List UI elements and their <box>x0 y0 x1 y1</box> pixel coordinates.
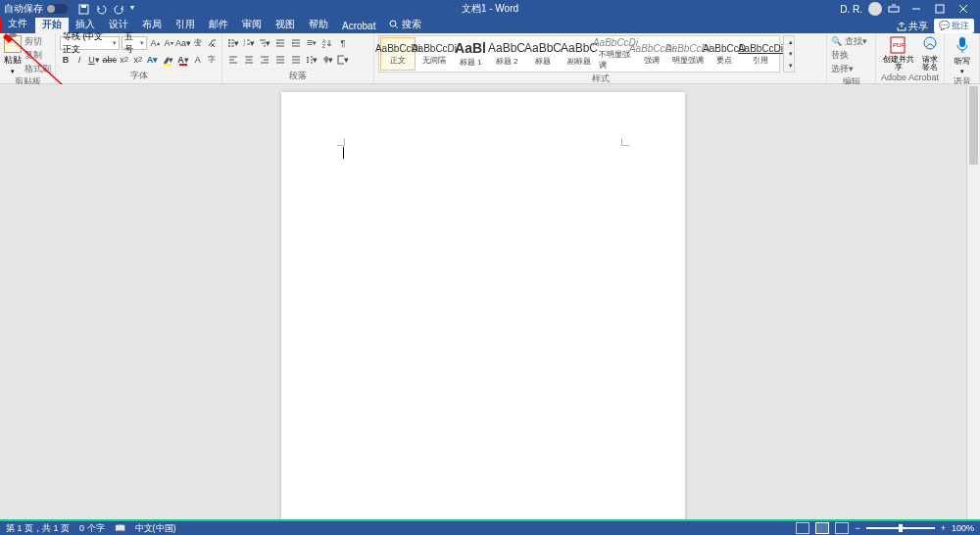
style-item-10[interactable]: AaBbCcDi引用 <box>743 37 778 71</box>
comments-button[interactable]: 💬批注 <box>934 19 974 33</box>
zoom-in-icon[interactable]: + <box>941 523 946 533</box>
gallery-down-icon[interactable]: ▾ <box>784 48 798 60</box>
distribute-icon[interactable] <box>289 53 303 67</box>
web-layout-icon[interactable] <box>835 522 849 534</box>
zoom-out-icon[interactable]: − <box>855 523 859 533</box>
styles-gallery[interactable]: AaBbCcDi正文AaBbCcDi无间隔AaBl标题 1AaBbC标题 2Aa… <box>378 35 780 73</box>
char-shading-icon[interactable]: A <box>192 53 204 67</box>
find-button[interactable]: 🔍 查找▾ <box>831 35 871 48</box>
scrollbar-thumb[interactable] <box>969 86 978 165</box>
save-icon[interactable] <box>77 3 89 15</box>
format-painter-button[interactable]: 格式刷 <box>24 63 51 75</box>
style-item-8[interactable]: AaBbCcDi明显强调 <box>670 37 706 71</box>
tab-help[interactable]: 帮助 <box>302 16 335 33</box>
tab-review[interactable]: 审阅 <box>235 16 269 33</box>
gallery-more-icon[interactable]: ▾ <box>784 60 798 72</box>
close-icon[interactable] <box>958 4 976 14</box>
style-item-1[interactable]: AaBbCcDi无间隔 <box>416 37 452 71</box>
highlight-icon[interactable]: ▾ <box>161 53 174 67</box>
spellcheck-icon[interactable]: 📖 <box>115 523 125 533</box>
document-workspace[interactable] <box>0 84 966 519</box>
numbering-icon[interactable]: 12▾ <box>242 36 256 50</box>
style-item-5[interactable]: AaBbC副标题 <box>562 37 597 71</box>
group-voice: 听写 ▾ 语音 <box>945 33 980 83</box>
shrink-font-icon[interactable]: A▾ <box>163 36 174 50</box>
word-count[interactable]: 0 个字 <box>79 522 105 535</box>
vertical-scrollbar[interactable] <box>966 84 980 519</box>
tab-acrobat[interactable]: Acrobat <box>335 19 382 33</box>
tab-references[interactable]: 引用 <box>169 16 202 33</box>
replace-button[interactable]: 替换 <box>831 49 871 62</box>
select-button[interactable]: 选择▾ <box>831 63 871 75</box>
share-button[interactable]: 共享 <box>897 20 928 33</box>
style-item-7[interactable]: AaBbCcDi强调 <box>634 37 669 71</box>
print-layout-icon[interactable] <box>815 522 829 534</box>
style-item-2[interactable]: AaBl标题 1 <box>453 37 488 71</box>
tab-layout[interactable]: 布局 <box>135 16 169 33</box>
maximize-icon[interactable] <box>935 4 953 14</box>
tab-mailings[interactable]: 邮件 <box>202 16 235 33</box>
change-case-icon[interactable]: Aa▾ <box>176 36 190 50</box>
phonetic-guide-icon[interactable]: 变 <box>192 36 204 50</box>
align-left-icon[interactable] <box>226 53 240 67</box>
create-share-pdf-button[interactable]: PDF 创建并共享 <box>880 35 917 73</box>
redo-icon[interactable] <box>113 3 124 15</box>
avatar[interactable] <box>868 2 882 16</box>
gallery-up-icon[interactable]: ▴ <box>784 36 798 48</box>
font-size-combo[interactable]: 五号▾ <box>122 36 147 50</box>
style-item-6[interactable]: AaBbCcDi不明显强调 <box>598 37 633 71</box>
paste-button[interactable]: 粘贴 ▾ <box>4 35 22 75</box>
style-item-3[interactable]: AaBbC标题 2 <box>489 37 524 71</box>
show-marks-icon[interactable]: ¶ <box>336 36 350 50</box>
toggle-switch[interactable] <box>46 4 68 14</box>
ribbon-options-icon[interactable] <box>888 4 906 14</box>
align-justify-icon[interactable] <box>273 53 287 67</box>
line-spacing-icon[interactable]: ▾ <box>305 53 318 67</box>
minimize-icon[interactable] <box>911 4 929 14</box>
cut-button[interactable]: 剪切 <box>24 35 51 48</box>
increase-indent-icon[interactable] <box>289 36 303 50</box>
autosave-toggle[interactable]: 自动保存 <box>4 2 68 16</box>
qat-more-icon[interactable]: ▾ <box>130 3 134 15</box>
document-page[interactable] <box>281 92 685 519</box>
style-name-label: 标题 1 <box>460 57 482 68</box>
font-color-icon[interactable]: A▾ <box>176 53 190 67</box>
decrease-indent-icon[interactable] <box>273 36 287 50</box>
user-initials[interactable]: D. R. <box>840 4 862 15</box>
chevron-down-icon[interactable]: ▾ <box>11 68 15 75</box>
page-indicator[interactable]: 第 1 页，共 1 页 <box>6 522 70 535</box>
request-sign-button[interactable]: 请求 签名 <box>920 35 940 73</box>
subscript-icon[interactable]: x2 <box>119 53 130 67</box>
align-right-icon[interactable] <box>258 53 271 67</box>
asian-layout-icon[interactable]: ☰▾ <box>305 36 318 50</box>
underline-icon[interactable]: U▾ <box>87 53 101 67</box>
language-indicator[interactable]: 中文(中国) <box>135 522 176 535</box>
dictate-button[interactable]: 听写 ▾ <box>953 35 972 75</box>
read-mode-icon[interactable] <box>796 522 809 534</box>
enclose-char-icon[interactable]: 字 <box>206 53 218 67</box>
zoom-slider[interactable] <box>866 527 935 529</box>
borders-icon[interactable]: ▾ <box>336 53 350 67</box>
superscript-icon[interactable]: x2 <box>132 53 144 67</box>
undo-icon[interactable] <box>95 3 107 15</box>
style-item-9[interactable]: AaBbCcD要点 <box>707 37 742 71</box>
sort-icon[interactable]: AZ <box>320 36 334 50</box>
multilevel-icon[interactable]: ▾ <box>258 36 271 50</box>
search-button[interactable]: 搜索 <box>382 16 428 33</box>
strikethrough-icon[interactable]: abc <box>103 53 117 67</box>
bullets-icon[interactable]: ▾ <box>226 36 240 50</box>
tab-view[interactable]: 视图 <box>269 16 302 33</box>
font-family-combo[interactable]: 等线 (中文正文▾ <box>60 36 120 50</box>
grow-font-icon[interactable]: A▴ <box>149 36 161 50</box>
clear-format-icon[interactable] <box>206 36 218 50</box>
style-item-4[interactable]: AaBbC标题 <box>525 37 561 71</box>
bold-icon[interactable]: B <box>60 53 72 67</box>
svg-point-11 <box>228 42 230 44</box>
copy-button[interactable]: 复制 <box>24 49 51 62</box>
text-effects-icon[interactable]: A▾ <box>146 53 160 67</box>
italic-icon[interactable]: I <box>74 53 85 67</box>
zoom-value[interactable]: 100% <box>952 523 974 533</box>
shading-icon[interactable]: ▾ <box>320 53 334 67</box>
align-center-icon[interactable] <box>242 53 256 67</box>
style-item-0[interactable]: AaBbCcDi正文 <box>380 37 416 71</box>
